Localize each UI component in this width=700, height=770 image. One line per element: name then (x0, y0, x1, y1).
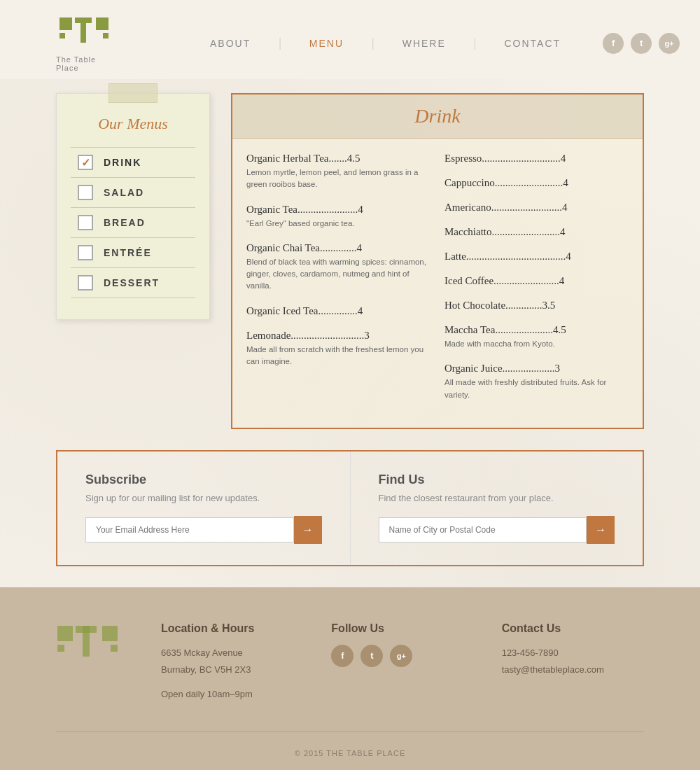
nav-menu[interactable]: MENU (281, 38, 372, 49)
drink-header: Drink (232, 94, 643, 139)
svg-rect-3 (75, 18, 92, 23)
svg-rect-0 (59, 18, 72, 30)
drink-item-desc: Blend of black tea with warming spices: … (246, 256, 430, 293)
list-item: Cappuccino..........................4 (444, 177, 629, 189)
list-item: Organic Tea.......................4 "Ear… (246, 204, 430, 230)
header-twitter-button[interactable]: t (631, 33, 652, 54)
salad-label: SALAD (104, 187, 144, 198)
footer-twitter-button[interactable]: t (360, 645, 383, 667)
dessert-checkbox[interactable] (78, 275, 93, 290)
svg-rect-5 (103, 33, 108, 38)
entree-checkbox[interactable] (78, 245, 93, 260)
svg-rect-9 (76, 626, 97, 633)
menu-notepad: Our Menus ✓ DRINK SALAD BREAD ENTRÉE DES… (56, 93, 210, 320)
svg-rect-10 (102, 626, 118, 641)
footer-bottom: © 2015 THE TABLE PLACE (56, 732, 644, 759)
drink-item-name: Cappuccino..........................4 (444, 177, 629, 189)
main-content: Our Menus ✓ DRINK SALAD BREAD ENTRÉE DES… (0, 79, 700, 450)
drink-panel: Drink Organic Herbal Tea.......4.5 Lemon… (231, 93, 644, 429)
menu-row-entree[interactable]: ENTRÉE (71, 237, 195, 267)
drink-item-desc: "Earl Grey" based organic tea. (246, 218, 430, 230)
drink-item-name: Organic Tea.......................4 (246, 204, 430, 216)
header-googleplus-button[interactable]: g+ (659, 33, 680, 54)
header-social-icons: f t g+ (603, 33, 680, 54)
nav-where[interactable]: WHERE (374, 38, 474, 49)
header: The Table Place ABOUT | MENU | WHERE | C… (0, 0, 700, 79)
footer-content: Location & Hours 6635 Mckay Avenue Burna… (56, 622, 644, 704)
footer-social-icons: f t g+ (331, 645, 473, 667)
footer-email: tasty@thetableplace.com (502, 662, 644, 679)
footer-googleplus-button[interactable]: g+ (390, 645, 412, 667)
logo-icon[interactable] (56, 14, 112, 52)
salad-checkbox[interactable] (78, 185, 93, 200)
subscribe-desc: Sign up for our mailing list for new upd… (85, 493, 322, 503)
footer-location-section: Location & Hours 6635 Mckay Avenue Burna… (161, 622, 303, 704)
entree-label: ENTRÉE (104, 247, 152, 258)
checkmark-icon: ✓ (81, 156, 90, 169)
bread-label: BREAD (104, 217, 146, 228)
footer-location-heading: Location & Hours (161, 622, 303, 635)
list-item: Macchiatto..........................4 (444, 226, 629, 238)
tape-decoration (108, 83, 158, 103)
svg-rect-7 (57, 645, 64, 652)
footer-address-line1: 6635 Mckay Avenue (161, 645, 303, 662)
footer-contact-section: Contact Us 123-456-7890 tasty@thetablepl… (502, 622, 644, 679)
footer: Location & Hours 6635 Mckay Avenue Burna… (0, 587, 700, 770)
list-item: Lemonade............................3 Ma… (246, 330, 430, 368)
nav-contact[interactable]: CONTACT (476, 38, 589, 49)
location-input[interactable] (379, 517, 587, 542)
list-item: Organic Juice....................3 All m… (444, 363, 629, 401)
list-item: Organic Iced Tea...............4 (246, 305, 430, 317)
subscribe-submit-button[interactable]: → (294, 516, 322, 544)
drink-item-name: Espresso..............................4 (444, 153, 629, 164)
list-item: Hot Chocolate..............3.5 (444, 300, 629, 312)
footer-facebook-button[interactable]: f (331, 645, 354, 667)
list-item: Americano...........................4 (444, 202, 629, 214)
drink-label: DRINK (104, 157, 141, 168)
find-us-section: Find Us Find the closest restaurant from… (351, 451, 643, 565)
drink-item-name: Americano...........................4 (444, 202, 629, 214)
logo-text: The Table Place (56, 55, 112, 72)
drink-item-name: Latte...................................… (444, 251, 629, 262)
list-item: Iced Coffee.........................4 (444, 275, 629, 287)
drink-item-name: Organic Herbal Tea.......4.5 (246, 153, 430, 164)
svg-rect-11 (111, 645, 118, 652)
find-us-input-row: → (379, 516, 615, 544)
subscribe-input-row: → (85, 516, 322, 544)
menu-row-salad[interactable]: SALAD (71, 177, 195, 207)
footer-logo (56, 622, 119, 671)
find-us-desc: Find the closest restaurant from your pl… (379, 493, 615, 503)
header-facebook-button[interactable]: f (603, 33, 624, 54)
drink-checkbox[interactable]: ✓ (78, 155, 93, 170)
drink-item-desc: Lemon myrtle, lemon peel, and lemon gras… (246, 167, 430, 191)
find-us-submit-button[interactable]: → (587, 516, 615, 544)
drink-item-desc: Made with maccha from Kyoto. (444, 338, 629, 350)
menu-row-drink[interactable]: ✓ DRINK (71, 147, 195, 177)
subscribe-section: Subscribe Sign up for our mailing list f… (57, 451, 351, 565)
menu-row-bread[interactable]: BREAD (71, 207, 195, 237)
drink-right-col: Espresso..............................4 … (444, 153, 629, 414)
subscribe-area: Subscribe Sign up for our mailing list f… (56, 450, 644, 566)
drink-item-desc: All made with freshly distributed fruits… (444, 377, 629, 401)
bread-checkbox[interactable] (78, 215, 93, 230)
menu-row-dessert[interactable]: DESSERT (71, 267, 195, 298)
find-us-heading: Find Us (379, 472, 615, 487)
footer-address-line2: Burnaby, BC V5H 2X3 (161, 662, 303, 679)
list-item: Maccha Tea......................4.5 Made… (444, 324, 629, 350)
email-input[interactable] (85, 517, 294, 542)
drink-title: Drink (414, 105, 460, 127)
drink-item-name: Macchiatto..........................4 (444, 226, 629, 238)
drink-item-name: Iced Coffee.........................4 (444, 275, 629, 287)
drink-left-col: Organic Herbal Tea.......4.5 Lemon myrtl… (246, 153, 430, 414)
drink-item-name: Organic Juice....................3 (444, 363, 629, 374)
drink-item-name: Maccha Tea......................4.5 (444, 324, 629, 336)
main-nav: ABOUT | MENU | WHERE | CONTACT (182, 36, 589, 50)
drink-item-name: Hot Chocolate..............3.5 (444, 300, 629, 312)
svg-rect-1 (59, 33, 65, 38)
nav-about[interactable]: ABOUT (182, 38, 279, 49)
svg-rect-4 (96, 18, 108, 30)
logo-area: The Table Place (56, 14, 112, 72)
drink-items: Organic Herbal Tea.......4.5 Lemon myrtl… (232, 139, 643, 428)
footer-follow-heading: Follow Us (331, 622, 473, 635)
list-item: Organic Herbal Tea.......4.5 Lemon myrtl… (246, 153, 430, 191)
